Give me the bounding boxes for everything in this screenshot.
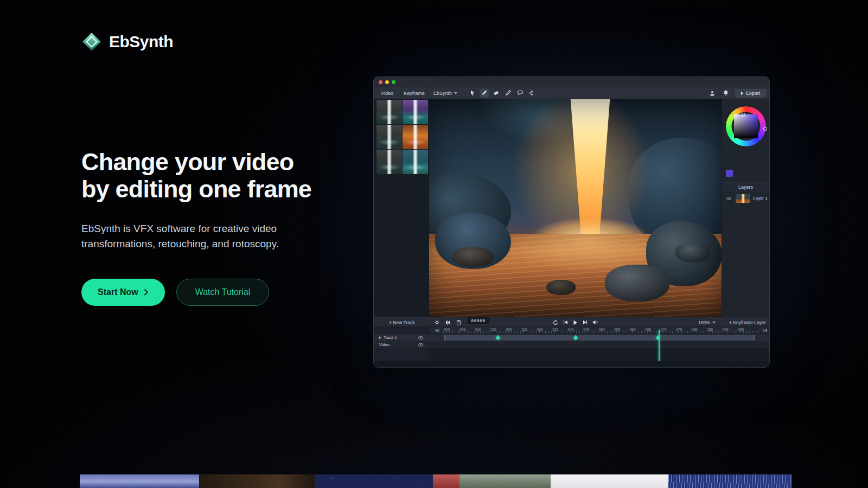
timeline-zoom-select[interactable]: 100% bbox=[698, 317, 716, 328]
keyframe-thumbnail[interactable] bbox=[403, 150, 428, 174]
canvas-vignette bbox=[429, 99, 722, 317]
video-frame-thumbnail[interactable] bbox=[376, 100, 402, 124]
timeline-controlbar: + New Track 00000 100% + Keyframe bbox=[374, 317, 769, 327]
app-window: Video Keyframe EbSynth bbox=[373, 76, 770, 368]
close-window-button[interactable] bbox=[379, 80, 382, 84]
track1-clip-bar[interactable] bbox=[444, 335, 755, 341]
ruler-tick-label: 000 bbox=[442, 328, 452, 331]
ruler-tick-label: 075 bbox=[674, 328, 684, 331]
keyframe-diamond[interactable] bbox=[655, 335, 661, 341]
logo[interactable]: EbSynth bbox=[81, 31, 173, 52]
hue-selector-knob[interactable] bbox=[763, 127, 767, 131]
video-lane[interactable] bbox=[429, 341, 769, 348]
ruler-tick-label: 015 bbox=[489, 328, 499, 331]
add-keyframe-icon[interactable] bbox=[435, 317, 439, 328]
hero-subtitle: EbSynth is VFX software for creative vid… bbox=[81, 221, 363, 252]
brush-tool[interactable] bbox=[480, 89, 489, 98]
skip-end-icon[interactable] bbox=[583, 317, 588, 328]
video-label-row[interactable]: Video bbox=[374, 341, 429, 348]
gallery-thumbnail[interactable] bbox=[315, 474, 433, 488]
color-swatch[interactable] bbox=[726, 170, 733, 177]
track1-lane bbox=[429, 334, 769, 341]
ruler-tick-label: 095 bbox=[736, 328, 746, 331]
timeline: 000 005 010 015 020 025 030 035 040 045 … bbox=[374, 327, 769, 368]
chevron-down-icon bbox=[454, 92, 457, 94]
saturation-value-square[interactable] bbox=[734, 114, 758, 138]
eye-icon[interactable] bbox=[724, 194, 733, 203]
gallery-thumbnail[interactable] bbox=[459, 474, 551, 488]
jump-end-icon[interactable] bbox=[763, 329, 768, 332]
ruler-tick-label: 040 bbox=[566, 328, 576, 331]
video-canvas[interactable] bbox=[429, 99, 722, 317]
ruler-tick-label: 005 bbox=[458, 328, 468, 331]
gallery-thumbnail[interactable] bbox=[551, 474, 668, 488]
video-frame-thumbnail[interactable] bbox=[376, 125, 402, 149]
gallery-thumbnail[interactable] bbox=[668, 474, 792, 488]
filmstrip-row bbox=[376, 150, 429, 174]
keyframe-diamond[interactable] bbox=[495, 335, 501, 341]
ruler-tick-label: 025 bbox=[520, 328, 529, 331]
eye-icon[interactable] bbox=[416, 341, 425, 349]
keyframe-diamond[interactable] bbox=[573, 335, 578, 341]
ruler-tick-label: 080 bbox=[690, 328, 699, 331]
ruler-tick-label: 090 bbox=[720, 328, 730, 331]
ruler-tick-label: 070 bbox=[659, 328, 668, 331]
pen-tool[interactable] bbox=[503, 89, 513, 98]
ruler-tick-label: 030 bbox=[535, 328, 545, 331]
trash-icon[interactable] bbox=[456, 317, 461, 328]
app-tab[interactable]: Video bbox=[374, 87, 401, 99]
skip-start-icon[interactable] bbox=[563, 317, 568, 328]
color-picker bbox=[726, 106, 766, 146]
bell-icon[interactable] bbox=[722, 89, 730, 98]
expand-track-icon[interactable] bbox=[379, 336, 381, 339]
loop-icon[interactable] bbox=[553, 317, 558, 328]
video-frame-thumbnail[interactable] bbox=[376, 150, 402, 174]
window-titlebar bbox=[374, 77, 769, 87]
start-now-button[interactable]: Start Now bbox=[81, 279, 165, 306]
hero-section: Change your video by editing one frame E… bbox=[81, 149, 363, 306]
timeline-footer bbox=[374, 361, 769, 368]
app-tab[interactable]: Keyframe bbox=[401, 87, 428, 99]
ruler-tick-label: 060 bbox=[628, 328, 637, 331]
layer-label: Layer 1 bbox=[753, 196, 768, 201]
export-button[interactable]: Export bbox=[735, 89, 766, 98]
sv-selector-knob[interactable] bbox=[742, 113, 745, 117]
eraser-tool[interactable] bbox=[492, 89, 501, 98]
ruler-tick-label: 045 bbox=[582, 328, 591, 331]
frame-counter[interactable]: 00000 bbox=[467, 317, 489, 324]
ruler-tick-label: 010 bbox=[473, 328, 483, 331]
gallery-thumbnail[interactable] bbox=[433, 474, 459, 488]
user-icon[interactable] bbox=[708, 89, 717, 98]
jump-start-icon[interactable] bbox=[435, 329, 440, 332]
playhead[interactable] bbox=[659, 330, 660, 361]
keyframe-layer-button[interactable]: + Keyframe Layer bbox=[729, 317, 765, 328]
play-button[interactable] bbox=[573, 317, 578, 328]
transform-tool[interactable] bbox=[527, 89, 537, 98]
app-tabs: Video Keyframe bbox=[374, 87, 428, 99]
mute-icon[interactable] bbox=[592, 317, 598, 328]
ebsynth-menu[interactable]: EbSynth bbox=[428, 87, 463, 99]
keyframe-thumbnail[interactable] bbox=[403, 125, 428, 149]
keyframe-thumbnail[interactable] bbox=[403, 100, 428, 124]
new-track-button[interactable]: + New Track bbox=[389, 317, 414, 328]
gallery-thumbnail[interactable] bbox=[80, 474, 199, 488]
logo-text: EbSynth bbox=[109, 33, 173, 51]
lasso-tool[interactable] bbox=[515, 89, 525, 98]
zoom-window-button[interactable] bbox=[392, 80, 395, 84]
keyframe-filmstrip bbox=[374, 99, 429, 317]
chevron-down-icon bbox=[712, 322, 716, 324]
gallery-thumbnail[interactable] bbox=[199, 474, 315, 488]
workspace: Layers Layer 1 bbox=[374, 99, 769, 317]
play-icon bbox=[741, 92, 743, 95]
ruler-tick-label: 035 bbox=[551, 328, 560, 331]
cursor-tool[interactable] bbox=[468, 89, 477, 98]
right-panel: Layers Layer 1 bbox=[722, 99, 769, 317]
hero-headline: Change your video by editing one frame bbox=[81, 149, 363, 203]
timeline-ruler[interactable]: 000 005 010 015 020 025 030 035 040 045 … bbox=[429, 327, 769, 334]
ruler-minor-ticks bbox=[443, 331, 762, 333]
watch-tutorial-button[interactable]: Watch Tutorial bbox=[176, 279, 270, 306]
layer-row[interactable]: Layer 1 bbox=[722, 191, 769, 205]
split-clip-icon[interactable] bbox=[445, 317, 450, 328]
minimize-window-button[interactable] bbox=[385, 80, 389, 84]
filmstrip-row bbox=[376, 125, 429, 149]
